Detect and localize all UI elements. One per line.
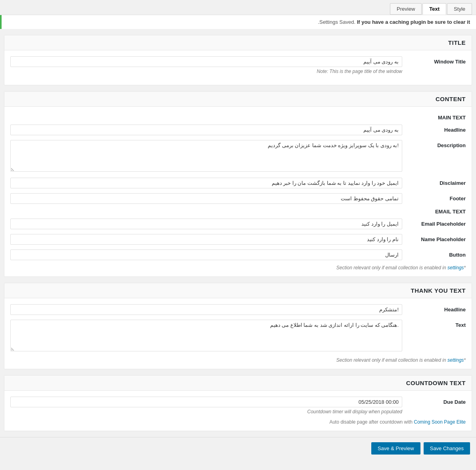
name-placeholder-input[interactable] xyxy=(10,234,402,245)
thankyou-section-note: Section relevant only if email collectio… xyxy=(10,357,466,363)
description-textarea[interactable]: !به رودی با یک سوپرایز ویژه خدمت شما عزی… xyxy=(10,140,402,172)
notification-text: .Settings Saved. xyxy=(318,19,355,25)
content-settings-link[interactable]: settings xyxy=(447,265,464,270)
window-title-label: Window Title xyxy=(402,56,466,65)
top-tabs: Preview Text Style xyxy=(0,0,476,15)
thankyou-text-row: Text .هنگامی که سایت را ارائه اندازی شد … xyxy=(10,320,466,353)
due-date-input-wrap: Countdown timer will display when popula… xyxy=(10,397,402,414)
thank-you-section: Thank You Text Headline Text .هنگامی که … xyxy=(4,283,472,369)
headline-label: Headline xyxy=(402,125,466,133)
title-section: TITLE Window Title Note: This is the pag… xyxy=(4,35,472,85)
description-row: Description !به رودی با یک سوپرایز ویژه … xyxy=(10,140,466,173)
name-placeholder-input-wrap xyxy=(10,234,402,245)
content-section-header: CONTENT xyxy=(4,92,472,107)
main-text-subheader: MAIN TEXT xyxy=(10,115,466,121)
window-title-note: Note: This is the page title of the wind… xyxy=(10,69,402,74)
thankyou-headline-row: Headline xyxy=(10,304,466,315)
description-input-wrap: !به رودی با یک سوپرایز ویژه خدمت شما عزی… xyxy=(10,140,402,173)
countdown-timer-note: Countdown timer will display when popula… xyxy=(10,409,402,414)
auto-disable-text: Auto disable page after countdown with xyxy=(329,419,412,425)
footer-input-wrap xyxy=(10,193,402,204)
thankyou-headline-input-wrap xyxy=(10,304,402,315)
email-placeholder-label: Email Placeholder xyxy=(402,219,466,227)
button-field-input[interactable] xyxy=(10,249,402,260)
footer-row: Footer xyxy=(10,193,466,204)
coming-soon-note: Auto disable page after countdown with C… xyxy=(10,419,466,425)
thankyou-text-input-wrap: .هنگامی که سایت را ارائه اندازی شد به شم… xyxy=(10,320,402,353)
thankyou-text-label: Text xyxy=(402,320,466,328)
window-title-row: Window Title Note: This is the page titl… xyxy=(10,56,466,74)
save-preview-button[interactable]: Save & Preview xyxy=(371,442,420,455)
headline-input-wrap xyxy=(10,125,402,135)
footer-label: Footer xyxy=(402,193,466,201)
bottom-bar: Save & Preview Save Changes xyxy=(0,437,476,459)
thankyou-settings-asterisk: * xyxy=(464,357,466,363)
email-placeholder-row: Email Placeholder xyxy=(10,219,466,229)
window-title-input[interactable] xyxy=(10,56,402,67)
headline-input[interactable] xyxy=(10,125,402,135)
thankyou-headline-input[interactable] xyxy=(10,304,402,315)
content-section-note: Section relevant only if email collectio… xyxy=(10,265,466,270)
button-field-input-wrap xyxy=(10,249,402,260)
disclaimer-label: Disclaimer xyxy=(402,178,466,186)
due-date-row: Due Date Countdown timer will display wh… xyxy=(10,397,466,414)
headline-row: Headline xyxy=(10,125,466,135)
button-field-label: Button xyxy=(402,249,466,258)
due-date-input[interactable] xyxy=(10,397,402,407)
disclaimer-input-wrap xyxy=(10,178,402,188)
footer-input[interactable] xyxy=(10,193,402,204)
thankyou-note-text: Section relevant only if email collectio… xyxy=(336,357,446,363)
countdown-section-header: Countdown Text xyxy=(4,376,472,391)
thankyou-settings-link[interactable]: settings xyxy=(447,357,464,363)
description-label: Description xyxy=(402,140,466,148)
title-section-header: TITLE xyxy=(4,35,472,50)
disclaimer-input[interactable] xyxy=(10,178,402,188)
coming-soon-link[interactable]: Coming Soon Page Elite xyxy=(414,419,466,425)
tab-style[interactable]: Style xyxy=(447,3,472,15)
email-placeholder-input[interactable] xyxy=(10,219,402,229)
name-placeholder-row: Name Placeholder xyxy=(10,234,466,245)
countdown-section: Countdown Text Due Date Countdown timer … xyxy=(4,375,472,431)
name-placeholder-label: Name Placeholder xyxy=(402,234,466,242)
thank-you-section-header: Thank You Text xyxy=(4,283,472,298)
notification-bold: If you have a caching plugin be sure to … xyxy=(357,19,470,25)
content-section: CONTENT MAIN TEXT Headline Description !… xyxy=(4,91,472,277)
email-placeholder-input-wrap xyxy=(10,219,402,229)
window-title-input-wrap: Note: This is the page title of the wind… xyxy=(10,56,402,74)
content-note-text: Section relevant only if email collectio… xyxy=(336,265,446,270)
button-row: Button xyxy=(10,249,466,260)
content-settings-asterisk: * xyxy=(464,265,466,270)
tab-preview[interactable]: Preview xyxy=(390,3,422,15)
email-text-subheader: EMAIL TEXT xyxy=(10,209,466,215)
thankyou-text-textarea[interactable]: .هنگامی که سایت را ارائه اندازی شد به شم… xyxy=(10,320,402,351)
tab-text[interactable]: Text xyxy=(422,3,446,15)
disclaimer-row: Disclaimer xyxy=(10,178,466,188)
thankyou-headline-label: Headline xyxy=(402,304,466,313)
save-changes-button[interactable]: Save Changes xyxy=(424,442,470,455)
notification-bar: .Settings Saved. If you have a caching p… xyxy=(0,15,476,29)
due-date-label: Due Date xyxy=(402,397,466,405)
